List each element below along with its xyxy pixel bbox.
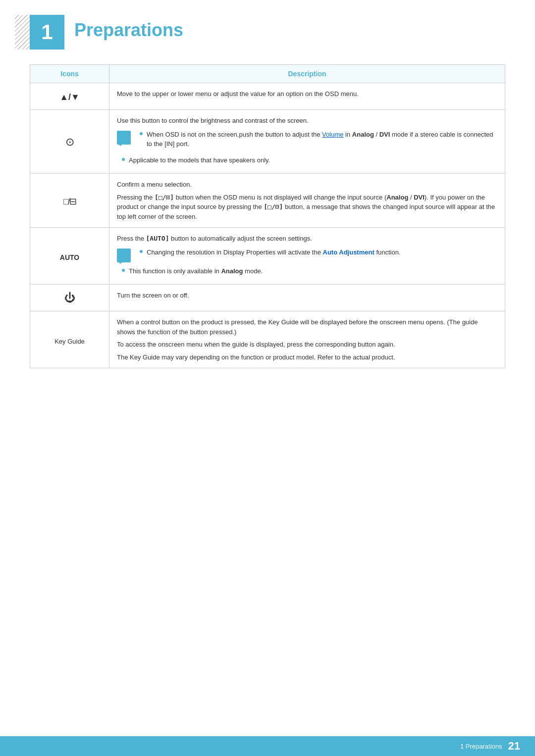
power-icon: ⏻ <box>64 292 75 304</box>
table-row: □/⊟ Confirm a menu selection. Pressing t… <box>30 174 505 228</box>
extra-bullet-text: This function is only available in Analo… <box>129 266 263 276</box>
table-row: ⏻ Turn the screen on or off. <box>30 285 505 311</box>
extra-bullet-list: Applicable to the models that have speak… <box>117 155 497 165</box>
chapter-number: 1 <box>41 22 53 43</box>
auto-adjust-bold: Auto Adjustment <box>323 249 374 256</box>
key-guide-label: Key Guide <box>54 338 85 345</box>
desc-text: Press the [AUTO] button to automatically… <box>117 234 497 244</box>
monitor-switch-icon: □/⊟ <box>63 197 76 206</box>
desc-text: Confirm a menu selection. <box>117 180 497 190</box>
bullet-dot-icon <box>122 158 125 161</box>
bracket-icon-2: [□/⊟] <box>264 203 283 210</box>
icon-cell-auto: AUTO <box>30 228 109 285</box>
desc-cell-power: Turn the screen on or off. <box>109 285 505 311</box>
chapter-block: 1 <box>30 15 64 50</box>
desc-cell-keyguide: When a control button on the product is … <box>109 311 505 368</box>
desc-cell-arrow: Move to the upper or lower menu or adjus… <box>109 83 505 110</box>
extra-bullet-text: Applicable to the models that have speak… <box>129 155 270 165</box>
table-row: AUTO Press the [AUTO] button to automati… <box>30 228 505 285</box>
desc-text: Use this button to control the brightnes… <box>117 116 497 126</box>
note-box: Changing the resolution in Display Prope… <box>117 248 497 262</box>
desc-text-2: Pressing the [□/⊟] button when the OSD m… <box>117 193 497 222</box>
desc-cell-auto: Press the [AUTO] button to automatically… <box>109 228 505 285</box>
note-box: When OSD is not on the screen,push the b… <box>117 130 497 151</box>
bullet-dot-icon <box>140 132 143 135</box>
content-area: Icons Description ▲/▼ Move to the upper … <box>0 59 535 388</box>
table-row: Key Guide When a control button on the p… <box>30 311 505 368</box>
bracket-icon: [□/⊟] <box>155 194 174 201</box>
icon-cell-power: ⏻ <box>30 285 109 311</box>
icon-cell-keyguide: Key Guide <box>30 311 109 368</box>
extra-bullet-list: This function is only available in Analo… <box>117 266 497 276</box>
circle-dot-icon: ⊙ <box>65 136 74 148</box>
list-item: This function is only available in Analo… <box>122 266 497 276</box>
auto-icon: AUTO <box>60 253 79 261</box>
auto-bracket: [AUTO] <box>146 235 169 242</box>
arrow-up-down-icon: ▲/▼ <box>59 92 80 102</box>
note-bullet-list: Changing the resolution in Display Prope… <box>135 248 401 260</box>
note-text: Changing the resolution in Display Prope… <box>147 248 401 257</box>
icon-cell-circle: ⊙ <box>30 110 109 174</box>
list-item: When OSD is not on the screen,push the b… <box>140 130 497 149</box>
desc-text-3: The Key Guide may vary depending on the … <box>117 353 497 362</box>
dvi-bold: DVI <box>379 131 390 138</box>
table-header-description: Description <box>109 65 505 83</box>
analog-bold: Analog <box>352 131 374 138</box>
note-text: When OSD is not on the screen,push the b… <box>147 130 497 149</box>
header-section: 1 Preparations <box>0 0 535 59</box>
desc-text: Turn the screen on or off. <box>117 291 497 301</box>
analog-bold: Analog <box>386 194 408 201</box>
list-item: Changing the resolution in Display Prope… <box>140 248 401 257</box>
table-row: ⊙ Use this button to control the brightn… <box>30 110 505 174</box>
desc-text: When a control button on the product is … <box>117 317 497 337</box>
bullet-dot-icon <box>140 250 143 253</box>
table-header-icons: Icons <box>30 65 109 83</box>
icon-cell-monitor: □/⊟ <box>30 174 109 228</box>
chapter-title: Preparations <box>74 15 183 41</box>
page-number: 21 <box>508 740 520 753</box>
desc-text: Move to the upper or lower menu or adjus… <box>117 89 497 99</box>
main-table: Icons Description ▲/▼ Move to the upper … <box>30 64 505 368</box>
analog-bold: Analog <box>221 267 243 275</box>
volume-link: Volume <box>322 131 343 138</box>
note-bullet-list: When OSD is not on the screen,push the b… <box>135 130 497 151</box>
note-icon <box>117 249 131 262</box>
desc-cell-monitor: Confirm a menu selection. Pressing the [… <box>109 174 505 228</box>
table-row: ▲/▼ Move to the upper or lower menu or a… <box>30 83 505 110</box>
icon-cell-arrow: ▲/▼ <box>30 83 109 110</box>
bullet-dot-icon <box>122 269 125 272</box>
note-icon <box>117 131 131 145</box>
desc-cell-circle: Use this button to control the brightnes… <box>109 110 505 174</box>
dvi-bold: DVI <box>414 194 425 201</box>
page-footer: 1 Preparations 21 <box>0 736 535 756</box>
desc-text-2: To access the onscreen menu when the gui… <box>117 340 497 350</box>
footer-section-label: 1 Preparations <box>460 743 502 750</box>
list-item: Applicable to the models that have speak… <box>122 155 497 165</box>
